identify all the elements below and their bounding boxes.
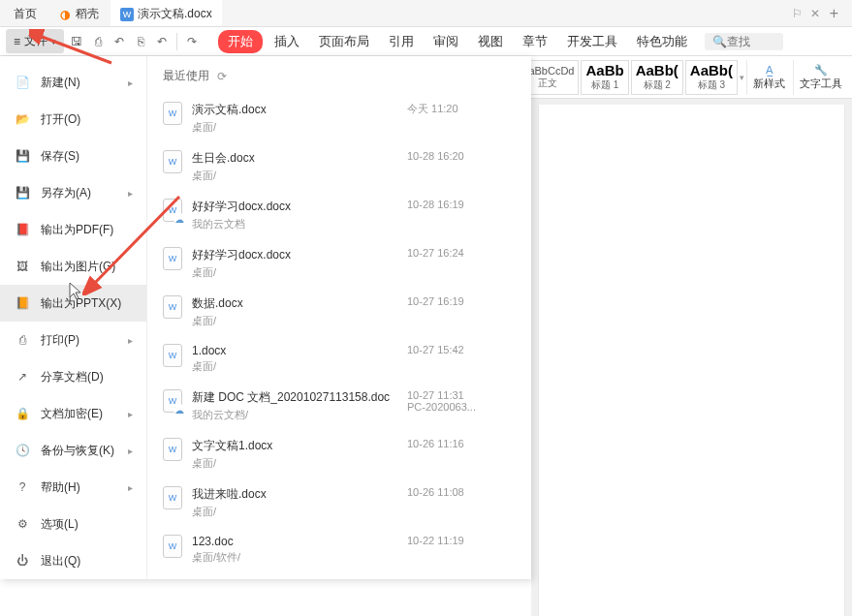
recent-item[interactable]: W 演示文稿.docx 桌面/ 今天 11:20 ▸ (163, 94, 516, 142)
text-tools-button[interactable]: 🔧 文字工具 (793, 60, 848, 95)
backup-icon: 🕓 (14, 442, 31, 459)
pptx-icon: 📙 (14, 294, 31, 312)
refresh-icon[interactable]: ⟳ (217, 70, 227, 83)
recent-list: W 演示文稿.docx 桌面/ 今天 11:20 ▸W 生日会.docx 桌面/… (163, 94, 516, 579)
tab-actions: ⚐ ✕ (773, 7, 820, 20)
recent-item[interactable]: W 好好学习docx.docx 桌面/ 10-27 16:24 ▸ (163, 239, 516, 288)
recent-item[interactable]: W 1.html 桌面/ 10-21 17:19 ▸ (163, 572, 516, 579)
tab-daoke-label: 稻壳 (76, 6, 99, 22)
new-icon: 📄 (14, 74, 31, 91)
file-menu-item-help[interactable]: ? 帮助(H) ▸ (0, 469, 146, 506)
recent-file-name: 生日会.docx (192, 150, 397, 167)
file-menu-item-saveas[interactable]: 💾 另存为(A) ▸ (0, 174, 146, 211)
file-menu-label: 退出(Q) (41, 553, 80, 570)
file-menu-item-new[interactable]: 📄 新建(N) ▸ (0, 64, 146, 101)
file-menu-item-pdf[interactable]: 📕 输出为PDF(F) (0, 211, 146, 248)
wrench-icon: 🔧 (814, 64, 828, 77)
menu-tab-start[interactable]: 开始 (218, 30, 263, 53)
chevron-down-icon: ▾ (51, 37, 56, 46)
recent-info: 演示文稿.docx 桌面/ (192, 102, 397, 135)
file-type-icon: W (163, 389, 182, 413)
chevron-right-icon: ▸ (128, 482, 133, 493)
recent-info: 123.doc 桌面/软件/ (192, 535, 397, 565)
file-menu-label: 保存(S) (41, 148, 79, 165)
pdf-icon: 📕 (14, 221, 31, 238)
menu-tab-review[interactable]: 审阅 (426, 29, 466, 54)
file-menu-item-save[interactable]: 💾 保存(S) (0, 138, 146, 174)
menu-tab-chapter[interactable]: 章节 (515, 29, 555, 54)
recent-file-name: 好好学习docx.docx (192, 199, 397, 215)
recent-item[interactable]: W 我进来啦.docx 桌面/ 10-26 11:08 ▸ (163, 478, 516, 527)
file-type-icon: W (163, 344, 182, 367)
file-menu-item-options[interactable]: ⚙ 选项(L) (0, 506, 146, 542)
menu-tab-references[interactable]: 引用 (381, 29, 422, 54)
file-menu-item-print[interactable]: ⎙ 打印(P) ▸ (0, 322, 146, 358)
file-type-icon: W (163, 535, 182, 558)
chevron-right-icon: ▸ (128, 446, 133, 456)
menu-tab-special[interactable]: 特色功能 (629, 29, 695, 54)
pin-icon[interactable]: ⚐ (792, 7, 803, 20)
recent-info: 新建 DOC 文档_20201027113158.doc 我的云文档/ (192, 389, 397, 422)
recent-item[interactable]: W 新建 DOC 文档_20201027113158.doc 我的云文档/ 10… (163, 382, 516, 430)
new-tab-button[interactable]: + (820, 5, 848, 22)
file-button[interactable]: ≡ 文件 ▾ (6, 29, 64, 53)
save-icon: 💾 (14, 147, 31, 165)
search-input[interactable] (727, 35, 775, 48)
file-menu-item-img[interactable]: 🖼 输出为图片(G) (0, 248, 146, 285)
options-icon: ⚙ (14, 515, 31, 533)
print-preview-icon[interactable]: ⎘ (132, 33, 149, 50)
file-type-icon: W (163, 247, 182, 270)
recent-info: 好好学习docx.docx 桌面/ (192, 247, 397, 280)
recent-item[interactable]: W 1.docx 桌面/ 10-27 15:42 ▸ (163, 336, 516, 382)
file-menu-label: 另存为(A) (41, 185, 91, 201)
recent-info: 文字文稿1.docx 桌面/ (192, 438, 397, 471)
style-label: 标题 3 (698, 78, 725, 92)
open-icon: 📂 (14, 110, 31, 128)
recent-file-path: 桌面/ (192, 456, 397, 471)
tab-daoke[interactable]: ◑ 稻壳 (48, 0, 109, 26)
menu-tab-insert[interactable]: 插入 (267, 29, 307, 54)
style-label: 标题 2 (644, 78, 671, 92)
print-quick-icon[interactable]: ⎙ (89, 33, 107, 50)
recent-info: 生日会.docx 桌面/ (192, 150, 397, 183)
recent-file-path: 桌面/ (192, 359, 397, 374)
file-menu-item-backup[interactable]: 🕓 备份与恢复(K) ▸ (0, 432, 146, 469)
new-style-button[interactable]: A̲ 新样式 (746, 60, 791, 95)
file-menu-label: 帮助(H) (41, 479, 80, 496)
page[interactable] (539, 105, 844, 616)
search-box[interactable]: 🔍 (705, 33, 783, 50)
file-menu-item-exit[interactable]: ⏻ 退出(Q) (0, 542, 146, 579)
redo-icon[interactable]: ↷ (183, 33, 201, 50)
document-canvas (531, 99, 852, 616)
style-heading2[interactable]: AaBb( 标题 2 (631, 60, 683, 95)
file-menu-item-encrypt[interactable]: 🔒 文档加密(E) ▸ (0, 395, 146, 432)
file-menu-item-open[interactable]: 📂 打开(O) (0, 101, 146, 138)
undo-icon[interactable]: ↶ (110, 33, 128, 50)
recent-item[interactable]: W 生日会.docx 桌面/ 10-28 16:20 ▸ (163, 142, 516, 191)
recent-info: 我进来啦.docx 桌面/ (192, 486, 397, 519)
recent-file-time: 今天 11:20 (407, 102, 494, 116)
file-menu-item-share[interactable]: ↗ 分享文档(D) (0, 358, 146, 395)
recent-file-time: 10-26 11:08 (407, 486, 494, 498)
recent-file-time: 10-27 15:42 (407, 344, 494, 355)
file-type-icon: W (163, 150, 182, 173)
style-heading3[interactable]: AaBb( 标题 3 (685, 60, 738, 95)
undo2-icon[interactable]: ↶ (153, 33, 171, 50)
recent-file-time: 10-28 16:20 (407, 150, 494, 162)
tab-document[interactable]: W 演示文稿.docx (110, 0, 222, 26)
recent-item[interactable]: W 123.doc 桌面/软件/ 10-22 11:19 ▸ (163, 527, 516, 572)
menu-tab-pagelayout[interactable]: 页面布局 (311, 29, 377, 54)
close-icon[interactable]: ✕ (810, 7, 820, 20)
recent-item[interactable]: W 文字文稿1.docx 桌面/ 10-26 11:16 ▸ (163, 430, 516, 478)
save-icon[interactable]: 🖫 (68, 33, 85, 50)
file-dropdown: 📄 新建(N) ▸📂 打开(O) 💾 保存(S) 💾 另存为(A) ▸📕 输出为… (0, 56, 531, 579)
exit-icon: ⏻ (14, 552, 31, 570)
style-heading1[interactable]: AaBb 标题 1 (581, 60, 628, 95)
tab-home[interactable]: 首页 (4, 0, 47, 26)
recent-item[interactable]: W 好好学习docx.docx 我的云文档 10-28 16:19 ▸ (163, 191, 516, 239)
menu-tab-view[interactable]: 视图 (470, 29, 511, 54)
style-label: 标题 1 (591, 78, 618, 92)
recent-file-name: 好好学习docx.docx (192, 247, 397, 263)
menu-tab-devtools[interactable]: 开发工具 (559, 29, 625, 54)
recent-item[interactable]: W 数据.docx 桌面/ 10-27 16:19 ▸ (163, 288, 516, 336)
